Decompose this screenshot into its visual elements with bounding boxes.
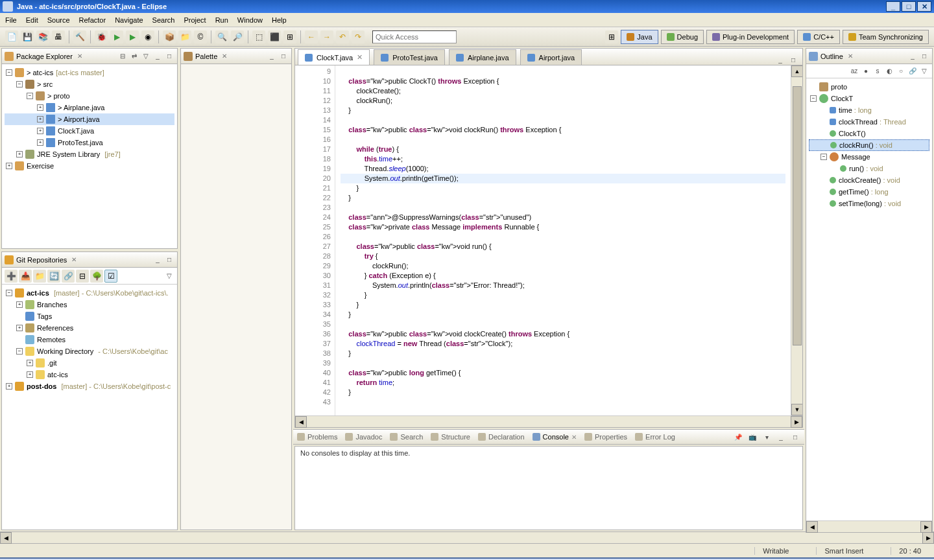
search-button[interactable]: 🔎 (231, 30, 244, 43)
expander-icon[interactable]: + (37, 116, 43, 122)
maximize-button[interactable]: □ (902, 1, 916, 12)
scroll-right-arrow[interactable]: ▶ (920, 521, 932, 533)
view-menu-button[interactable]: ▽ (164, 271, 174, 281)
tree-folder[interactable]: + .git (5, 357, 174, 369)
maximize-view-button[interactable]: □ (919, 51, 929, 62)
view-close-button[interactable]: ✕ (75, 52, 84, 61)
expander-icon[interactable]: − (810, 95, 817, 102)
maximize-view-button[interactable]: □ (164, 51, 174, 62)
outline-method[interactable]: getTime() : long (809, 186, 929, 198)
run-button[interactable]: ▶ (110, 30, 123, 43)
editor-tab-airplane[interactable]: Airplane.java (449, 49, 516, 65)
tab-close-button[interactable]: ✕ (571, 434, 577, 441)
tree-repo[interactable]: + post-dos [master] - C:\Users\Kobe\git\… (5, 380, 174, 392)
close-button[interactable]: ✕ (917, 1, 931, 12)
minimize-view-button[interactable]: _ (776, 432, 786, 442)
tree-project[interactable]: + Exercise (5, 160, 174, 172)
outline-field[interactable]: time : long (809, 104, 929, 116)
structure-tab[interactable]: Structure (431, 433, 470, 441)
tree-java-file[interactable]: + ClockT.java (5, 125, 174, 137)
link-editor-button[interactable]: ⇄ (129, 51, 139, 62)
hide-non-public-button[interactable]: ◐ (884, 66, 894, 76)
expander-icon[interactable]: − (6, 290, 12, 296)
git-filter-button[interactable]: ☑ (104, 270, 117, 283)
expander-icon[interactable]: + (16, 151, 23, 158)
scroll-right-arrow[interactable]: ▶ (922, 532, 934, 544)
maximize-view-button[interactable]: □ (164, 255, 174, 265)
tree-repo[interactable]: − act-ics [master] - C:\Users\Kobe\git\a… (5, 287, 174, 299)
save-button[interactable]: 💾 (21, 30, 34, 43)
scroll-thumb[interactable] (793, 86, 802, 345)
view-close-button[interactable]: ✕ (220, 52, 229, 61)
perspective-team[interactable]: Team Synchronizing (843, 30, 929, 44)
editor-tab-clockt[interactable]: ClockT.java ✕ (298, 49, 370, 65)
maximize-editor-button[interactable]: □ (788, 54, 798, 65)
expander-icon[interactable]: + (37, 139, 43, 146)
tree-branches[interactable]: + Branches (5, 299, 174, 310)
menu-file[interactable]: File (5, 16, 17, 24)
error-log-tab[interactable]: Error Log (635, 433, 675, 441)
outline-class[interactable]: − ClockT (809, 93, 929, 104)
vertical-scrollbar[interactable]: ▲ ▼ (791, 65, 802, 415)
git-add-button[interactable]: ➕ (5, 270, 18, 283)
expander-icon[interactable]: − (820, 154, 827, 160)
expander-icon[interactable]: + (37, 128, 43, 134)
outline-method[interactable]: setTime(long) : void (809, 198, 929, 209)
expander-icon[interactable]: − (6, 69, 12, 76)
expander-icon[interactable]: + (6, 383, 12, 390)
expander-icon[interactable]: + (16, 301, 23, 308)
run-last-button[interactable]: ▶ (126, 30, 139, 43)
git-hierarchy-button[interactable]: 🌳 (90, 270, 103, 283)
tree-remotes[interactable]: Remotes (5, 334, 174, 345)
expander-icon[interactable]: + (6, 163, 12, 169)
editor-body[interactable]: 9101112131415161718192021222324252627282… (295, 65, 802, 415)
scroll-right-arrow[interactable]: ▶ (791, 416, 802, 428)
menu-run[interactable]: Run (215, 16, 228, 24)
minimize-button[interactable]: _ (886, 1, 900, 12)
expander-icon[interactable]: − (16, 348, 23, 355)
nav-next-button[interactable]: ↷ (352, 30, 365, 43)
tree-package[interactable]: − > proto (5, 90, 174, 102)
git-refresh-button[interactable]: 🔄 (47, 270, 60, 283)
perspective-cpp[interactable]: C/C++ (797, 30, 840, 44)
coverage-button[interactable]: ◉ (141, 30, 154, 43)
maximize-view-button[interactable]: □ (278, 51, 289, 62)
menu-help[interactable]: Help (272, 16, 287, 24)
open-console-button[interactable]: ▾ (761, 432, 772, 442)
scroll-left-arrow[interactable]: ◀ (295, 416, 307, 428)
tree-folder[interactable]: + atc-ics (5, 369, 174, 380)
nav-back-button[interactable]: ← (305, 30, 318, 43)
git-clone-button[interactable]: 📥 (19, 270, 32, 283)
perspective-plugin[interactable]: Plug-in Development (706, 30, 795, 44)
git-collapse-button[interactable]: ⊟ (76, 270, 89, 283)
outline-method[interactable]: clockCreate() : void (809, 174, 929, 186)
expander-icon[interactable]: − (27, 93, 33, 99)
minimize-view-button[interactable]: _ (152, 255, 163, 265)
declaration-tab[interactable]: Declaration (478, 433, 525, 441)
expander-icon[interactable]: + (16, 325, 23, 331)
new-package-button[interactable]: 📁 (178, 30, 191, 43)
outline-h-scrollbar[interactable]: ◀ ▶ (806, 520, 932, 532)
scroll-left-arrow[interactable]: ◀ (0, 532, 12, 544)
view-menu-button[interactable]: ▽ (919, 66, 929, 76)
git-link-button[interactable]: 🔗 (62, 270, 75, 283)
tree-references[interactable]: + References (5, 322, 174, 334)
javadoc-tab[interactable]: Javadoc (345, 433, 382, 441)
expander-icon[interactable]: + (27, 371, 33, 378)
scroll-down-arrow[interactable]: ▼ (791, 404, 802, 415)
menu-window[interactable]: Window (237, 16, 263, 24)
open-perspective-button[interactable]: ⊞ (605, 30, 618, 43)
build-button[interactable]: 🔨 (73, 30, 86, 43)
print-button[interactable]: 🖶 (52, 30, 65, 43)
toggle-btn-1[interactable]: ⬚ (252, 30, 265, 43)
minimize-view-button[interactable]: _ (152, 51, 163, 62)
properties-tab[interactable]: Properties (584, 433, 627, 441)
new-button[interactable]: 📄 (5, 30, 18, 43)
expander-icon[interactable]: + (27, 360, 33, 366)
tree-java-file[interactable]: + ProtoTest.java (5, 137, 174, 148)
tree-src-folder[interactable]: − > src (5, 78, 174, 90)
code-area[interactable]: class="kw">public ClockT() throws Except… (335, 65, 791, 415)
menu-search[interactable]: Search (152, 16, 175, 24)
debug-button[interactable]: 🐞 (95, 30, 108, 43)
tab-close-button[interactable]: ✕ (357, 53, 363, 62)
